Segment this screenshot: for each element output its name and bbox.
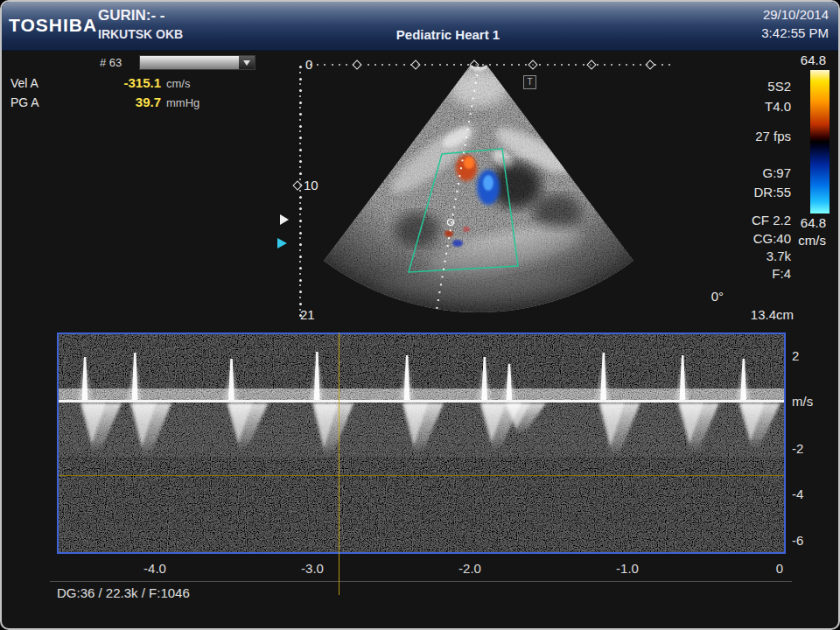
measurement-value: -315.1	[98, 75, 161, 90]
status-bar-text: DG:36 / 22.3k / F:1046	[57, 585, 190, 600]
gain-label: G:97	[693, 165, 791, 180]
time-label: 3:42:55 PM	[676, 25, 829, 40]
toshiba-logo: TOSHIBA	[9, 15, 97, 36]
y-axis-label: 2	[792, 348, 827, 363]
spectral-doppler-panel	[57, 332, 786, 554]
x-axis-label: -4.0	[144, 561, 166, 576]
gain-slider[interactable]	[139, 55, 256, 70]
time-cursor[interactable]	[339, 332, 340, 595]
pointer-marker-icon	[280, 214, 289, 225]
x-axis-label: -3.0	[301, 561, 324, 576]
date-label: 29/10/2014	[676, 7, 829, 22]
color-scale-top: 64.8	[770, 52, 826, 67]
measurement-label: PG A	[10, 95, 39, 109]
transducer-label: 5S2	[693, 79, 791, 94]
angle-label: 0°	[667, 289, 724, 304]
y-axis-label: -6	[792, 533, 827, 548]
measurement-unit: mmHg	[166, 96, 200, 109]
y-axis-unit: m/s	[792, 394, 827, 409]
measurement-unit: cm/s	[166, 77, 190, 90]
y-axis-label: -4	[792, 486, 827, 501]
measurement-value: 39.7	[98, 94, 161, 109]
frame-number-label: # 63	[100, 56, 122, 69]
bmode-image	[295, 54, 662, 321]
gain-slider-handle[interactable]	[239, 56, 255, 69]
measurement-label: Vel A	[10, 76, 38, 90]
patient-name: GURIN:- -	[98, 7, 164, 24]
prf-label: 3.7k	[693, 248, 791, 263]
status-divider	[50, 581, 792, 582]
wall-filter-label: F:4	[693, 266, 791, 281]
focus-marker-icon[interactable]	[277, 238, 287, 248]
thermal-index-label: T4.0	[693, 99, 791, 114]
institution-name: IRKUTSK OKB	[98, 27, 183, 41]
color-scale-unit: cm/s	[770, 233, 826, 248]
color-scale-bottom: 64.8	[770, 215, 826, 230]
color-scale-bar	[810, 70, 830, 214]
y-axis-label: -2	[792, 441, 827, 456]
x-axis-label: -2.0	[458, 561, 481, 576]
x-axis-label: 0	[776, 561, 783, 576]
spectral-trace	[59, 334, 784, 552]
header-bar: TOSHIBA GURIN:- - IRKUTSK OKB Pediatric …	[2, 2, 838, 51]
x-axis-label: -1.0	[616, 561, 639, 576]
dynamic-range-label: DR:55	[693, 185, 791, 200]
framerate-label: 27 fps	[693, 129, 791, 144]
ultrasound-screen: TOSHIBA GURIN:- - IRKUTSK OKB Pediatric …	[0, 0, 840, 630]
velocity-cursor[interactable]	[59, 475, 784, 476]
time-tick	[668, 64, 670, 66]
slider-notch-icon	[243, 60, 250, 66]
exam-preset: Pediatric Heart 1	[334, 27, 562, 42]
depth-value-label: 13.4cm	[667, 307, 794, 322]
